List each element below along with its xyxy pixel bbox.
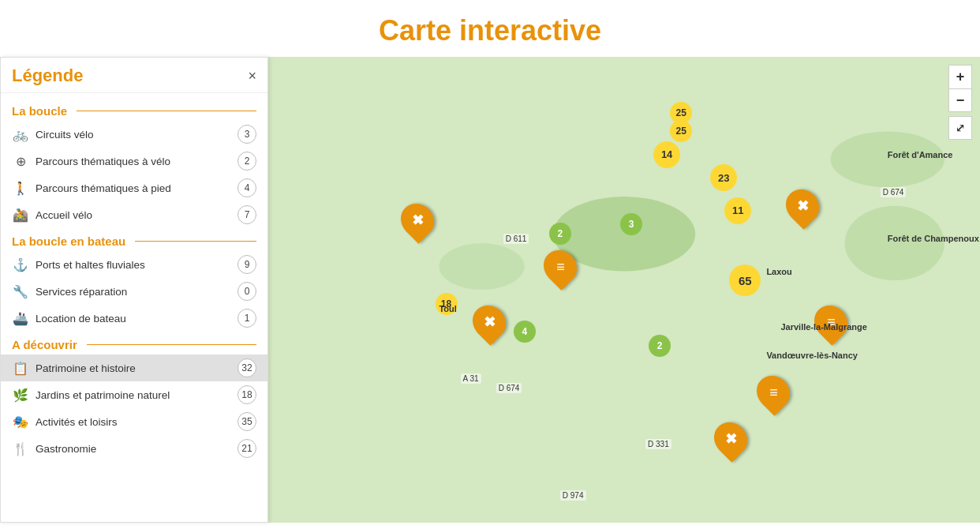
- map-pin-p2[interactable]: ✖: [787, 189, 818, 223]
- legend-count-activites-loisirs: 35: [238, 412, 256, 431]
- pin-shape-p4[interactable]: ≡: [537, 243, 583, 290]
- legend-label-location-bateau: Location de bateau: [36, 313, 231, 325]
- pin-icon-p6: ≡: [769, 384, 778, 400]
- legend-item-location-bateau[interactable]: 🚢Location de bateau1: [1, 305, 267, 332]
- map-label-lbl5: Forêt de Champenoux: [888, 234, 979, 243]
- zoom-in-button[interactable]: +: [948, 65, 972, 88]
- page-title: Carte interactive: [0, 0, 980, 57]
- legend-count-ports-haltes: 9: [238, 255, 256, 274]
- legend-count-parcours-velo: 2: [238, 152, 256, 171]
- zoom-out-button[interactable]: −: [948, 88, 972, 112]
- section-la-boucle: La boucle🚲Circuits vélo3⊕Parcours thémat…: [1, 98, 267, 228]
- marker-circle-m8[interactable]: 65: [729, 264, 761, 296]
- legend-item-gastronomie[interactable]: 🍴Gastronomie21: [1, 435, 267, 462]
- marker-circle-m3[interactable]: 25: [670, 120, 692, 142]
- road-label-r6: D 974: [560, 490, 586, 501]
- marker-circle-m7[interactable]: 11: [724, 197, 751, 224]
- road-label-r5: D 331: [645, 439, 671, 449]
- map-pin-p4[interactable]: ≡: [544, 249, 576, 284]
- section-title-la-boucle: La boucle: [1, 98, 267, 121]
- map-container[interactable]: + − ⤢ 142525233211654218✖✖✖≡≡≡✖ LaxouJar…: [268, 57, 980, 523]
- marker-circle-m6[interactable]: 2: [549, 223, 571, 245]
- pin-icon-p4: ≡: [556, 258, 565, 275]
- marker-circle-m5[interactable]: 3: [620, 213, 642, 235]
- legend-label-parcours-velo: Parcours thématiques à vélo: [36, 156, 231, 167]
- marker-circle-m4[interactable]: 23: [710, 164, 737, 191]
- legend-item-activites-loisirs[interactable]: 🎭Activités et loisirs35: [1, 408, 267, 435]
- legend-icon-activites-loisirs: 🎭: [12, 413, 29, 430]
- legend-label-ports-haltes: Ports et haltes fluviales: [36, 259, 231, 271]
- road-label-r4: A 31: [461, 373, 481, 384]
- map-pin-p7[interactable]: ✖: [715, 422, 746, 456]
- map-marker-m6[interactable]: 2: [549, 223, 571, 245]
- pin-shape-p1[interactable]: ✖: [395, 197, 441, 243]
- map-pin-p6[interactable]: ≡: [757, 375, 789, 410]
- map-marker-m4[interactable]: 23: [710, 164, 737, 191]
- legend-item-ports-haltes[interactable]: ⚓Ports et haltes fluviales9: [1, 251, 267, 278]
- legend-label-patrimoine-histoire: Patrimoine et histoire: [36, 362, 231, 374]
- legend-item-services-reparation[interactable]: 🔧Services réparation0: [1, 278, 267, 305]
- legend-label-circuits-velo: Circuits vélo: [36, 129, 231, 141]
- section-title-la-boucle-bateau: La boucle en bateau: [1, 228, 267, 251]
- close-button[interactable]: ×: [248, 68, 256, 84]
- svg-point-4: [439, 243, 524, 290]
- legend-count-jardins-patrimoine: 18: [238, 385, 256, 404]
- legend-icon-jardins-patrimoine: 🌿: [12, 386, 29, 403]
- section-la-boucle-bateau: La boucle en bateau⚓Ports et haltes fluv…: [1, 228, 267, 332]
- section-a-decouvrir: A découvrir📋Patrimoine et histoire32🌿Jar…: [1, 332, 267, 462]
- legend-count-gastronomie: 21: [238, 439, 256, 458]
- marker-circle-m9[interactable]: 4: [514, 321, 536, 343]
- map-marker-m1[interactable]: 14: [653, 141, 680, 168]
- map-marker-m9[interactable]: 4: [514, 321, 536, 343]
- svg-point-2: [845, 206, 944, 280]
- legend-icon-accueil-velo: 🚵: [12, 206, 29, 223]
- section-title-a-decouvrir: A découvrir: [1, 332, 267, 355]
- pin-icon-p5: ≡: [826, 314, 835, 331]
- legend-item-jardins-patrimoine[interactable]: 🌿Jardins et patrimoine naturel18: [1, 381, 267, 408]
- road-label-r1: D 611: [503, 234, 529, 244]
- sidebar-sections: La boucle🚲Circuits vélo3⊕Parcours thémat…: [1, 98, 267, 462]
- map-pin-p1[interactable]: ✖: [402, 203, 433, 238]
- legend-count-services-reparation: 0: [238, 282, 256, 301]
- map-marker-m11[interactable]: 18: [436, 293, 458, 315]
- marker-circle-m11[interactable]: 18: [436, 293, 458, 315]
- map-marker-m8[interactable]: 65: [729, 264, 761, 296]
- pin-icon-p2: ✖: [796, 197, 808, 215]
- legend-icon-parcours-velo: ⊕: [12, 152, 29, 170]
- legend-icon-patrimoine-histoire: 📋: [12, 359, 29, 377]
- map-marker-m3[interactable]: 25: [670, 120, 692, 142]
- pin-shape-p6[interactable]: ≡: [750, 369, 797, 415]
- legend-icon-gastronomie: 🍴: [12, 440, 29, 457]
- legend-sidebar: Légende × La boucle🚲Circuits vélo3⊕Parco…: [0, 57, 268, 523]
- legend-count-parcours-pied: 4: [238, 178, 256, 197]
- svg-point-1: [831, 131, 944, 187]
- marker-circle-m1[interactable]: 14: [653, 141, 680, 168]
- map-pin-p3[interactable]: ✖: [473, 305, 505, 340]
- map-pin-p5[interactable]: ≡: [815, 305, 847, 340]
- legend-icon-parcours-pied: 🚶: [12, 179, 29, 197]
- legend-label-parcours-pied: Parcours thématiques à pied: [36, 182, 231, 194]
- map-marker-m5[interactable]: 3: [620, 213, 642, 235]
- legend-item-circuits-velo[interactable]: 🚲Circuits vélo3: [1, 121, 267, 148]
- legend-item-patrimoine-histoire[interactable]: 📋Patrimoine et histoire32: [1, 355, 267, 381]
- sidebar-header: Légende ×: [1, 66, 267, 93]
- pin-shape-p7[interactable]: ✖: [708, 415, 754, 462]
- pin-shape-p2[interactable]: ✖: [779, 182, 825, 229]
- legend-icon-location-bateau: 🚢: [12, 310, 29, 327]
- legend-item-parcours-pied[interactable]: 🚶Parcours thématiques à pied4: [1, 174, 267, 201]
- svg-rect-0: [268, 57, 980, 523]
- pin-icon-p1: ✖: [412, 212, 424, 229]
- map-marker-m10[interactable]: 2: [649, 335, 671, 357]
- legend-item-accueil-velo[interactable]: 🚵Accueil vélo7: [1, 201, 267, 228]
- road-label-r3: D 674: [496, 383, 522, 393]
- pin-shape-p5[interactable]: ≡: [807, 299, 854, 346]
- legend-label-services-reparation: Services réparation: [36, 286, 231, 298]
- legend-item-parcours-velo[interactable]: ⊕Parcours thématiques à vélo2: [1, 148, 267, 174]
- pin-shape-p3[interactable]: ✖: [466, 299, 512, 346]
- fullscreen-button[interactable]: ⤢: [948, 116, 972, 140]
- marker-circle-m10[interactable]: 2: [649, 335, 671, 357]
- legend-label-gastronomie: Gastronomie: [36, 443, 231, 455]
- map-marker-m7[interactable]: 11: [724, 197, 751, 224]
- legend-count-patrimoine-histoire: 32: [238, 358, 256, 377]
- main-container: Légende × La boucle🚲Circuits vélo3⊕Parco…: [0, 57, 980, 523]
